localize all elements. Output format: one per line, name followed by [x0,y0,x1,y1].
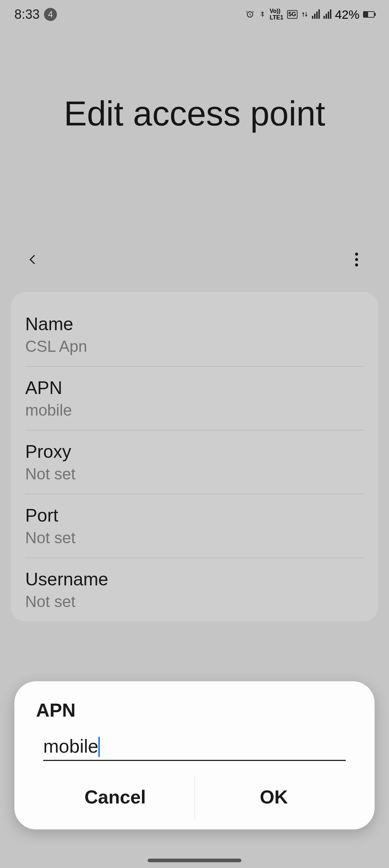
ok-button[interactable]: OK [195,775,353,819]
dialog-title: APN [36,699,353,721]
navigation-handle[interactable] [148,859,241,862]
cancel-button[interactable]: Cancel [36,775,195,819]
dialog-input-container [43,735,346,761]
text-cursor [98,737,100,757]
apn-edit-dialog: APN Cancel OK [14,681,375,829]
apn-input[interactable] [43,735,346,757]
dialog-buttons: Cancel OK [36,775,353,819]
